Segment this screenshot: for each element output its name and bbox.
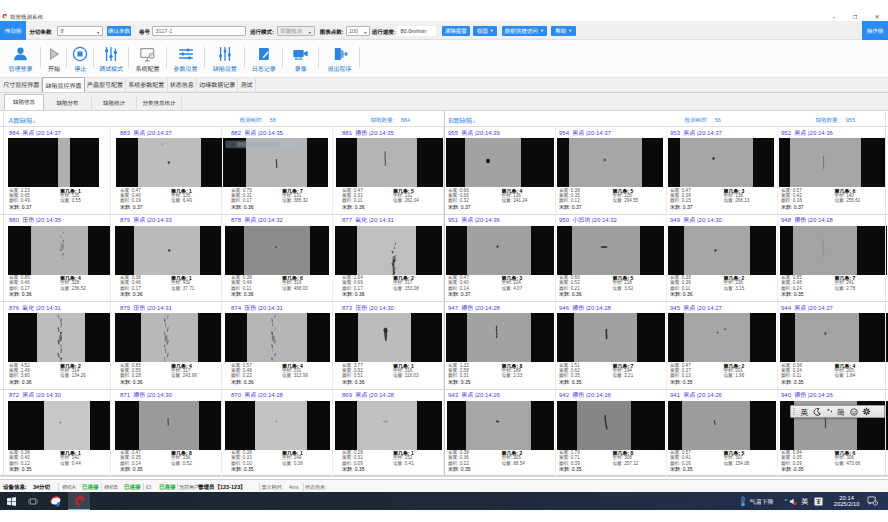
defect-cell-946[interactable]: 946 擦伤 |20:14:28长度: 1.51宽度: 0.62面积: 0.35… <box>556 302 667 390</box>
ime-settings-gear-icon[interactable] <box>862 407 871 416</box>
defect-image[interactable] <box>557 226 664 275</box>
data-quick-access-button[interactable]: 数据快捷访问▼ <box>502 26 548 36</box>
defect-cell-877[interactable]: 877 氧化 |20:14:31长度: 1.04宽度: 0.69面积: 0.17… <box>333 215 444 303</box>
toolbar-button-exit[interactable]: 退出程序 <box>319 40 360 77</box>
main-tab-3[interactable]: 产品型号配置 <box>85 78 126 92</box>
main-tab-2[interactable]: 缺陷监控界面 <box>42 77 84 92</box>
defect-image[interactable] <box>336 138 444 187</box>
defect-image[interactable] <box>335 226 443 275</box>
ime-mode-icon[interactable] <box>814 497 823 506</box>
confirm-count-button[interactable]: 确认条数 <box>107 26 131 36</box>
active-app-taskbar-button[interactable] <box>68 492 90 510</box>
defect-cell-880[interactable]: 880 压伤 |20:14:35长度: 0.85宽度: 0.46面积: 0.17… <box>0 215 111 303</box>
defect-image[interactable] <box>780 226 888 275</box>
toolbar-button-monitor[interactable]: 系统配置 <box>129 40 167 77</box>
toolbar-button-play[interactable]: 开始 <box>41 40 67 77</box>
sub-tab-3[interactable]: 缺陷统计 <box>92 96 137 110</box>
ime-simplified-mode[interactable]: 简 <box>837 406 845 417</box>
defect-cell-949[interactable]: 949 黑点 |20:14:30长度: 0.38宽度: 0.36面积: 0.11… <box>667 215 778 303</box>
sub-tab-2[interactable]: 缺陷分布 <box>44 96 92 110</box>
tray-expand-chevron-icon[interactable]: ^ <box>785 497 788 505</box>
defect-cell-872[interactable]: 872 黑点 |20:14:30长度: 0.38宽度: 0.40面积: 0.12… <box>0 390 111 478</box>
defect-cell-869[interactable]: 869 黑点 |20:14:28长度: 0.28宽度: 0.31面积: 0.09… <box>333 390 444 478</box>
panel-title[interactable]: A面缺陷↓ <box>9 115 36 125</box>
toolbar-button-debug-sliders[interactable]: 调试模式 <box>94 40 129 77</box>
view-menu-button[interactable]: 视图▼ <box>473 26 497 36</box>
main-tab-7[interactable]: 测试 <box>238 78 255 92</box>
defect-cell-950[interactable]: 950 小凹坑 |20:14:32长度: 0.66宽度: 0.52面积: 0.2… <box>556 215 667 303</box>
defect-cell-883[interactable]: 883 黑点 |20:14:37长度: 0.47宽度: 0.46面积: 0.19… <box>111 127 222 215</box>
defect-cell-941[interactable]: 941 黑点 |20:14:26长度: 0.57宽度: 0.41面积: 0.16… <box>667 390 778 478</box>
defect-cell-952[interactable]: 952 黑点 |20:14:36长度: 0.57宽度: 0.42面积: 0.18… <box>778 127 888 215</box>
defect-cell-954[interactable]: 954 黑点 |20:14:37长度: 0.38宽度: 0.35面积: 0.12… <box>556 127 667 215</box>
toolbar-button-user[interactable]: 管理登录 <box>0 40 41 77</box>
pinned-app-icon[interactable] <box>48 492 64 510</box>
defect-cell-943[interactable]: 943 黑点 |20:14:26长度: 0.38宽度: 0.36面积: 0.12… <box>445 390 556 478</box>
ime-emoji-icon[interactable] <box>850 408 858 416</box>
run-mode-select[interactable]: 双面检测▼ <box>277 26 315 36</box>
weather-text[interactable]: 气温下降 <box>750 497 774 506</box>
ime-language-indicator[interactable]: 英 <box>801 496 808 506</box>
toolbar-button-stop[interactable]: 停止 <box>67 40 94 77</box>
defect-cell-884[interactable]: 884 黑点 |20:14:37长度: 1.23宽度: 0.65面积: 0.49… <box>0 127 111 215</box>
defect-image[interactable] <box>8 313 111 362</box>
defect-cell-942[interactable]: 942 擦伤 |20:14:26长度: 1.79宽度: 0.71面积: 0.39… <box>556 390 667 478</box>
maximize-button[interactable]: ❐ <box>850 13 860 21</box>
defect-image[interactable] <box>8 138 99 187</box>
defect-cell-945[interactable]: 945 黑点 |20:14:27长度: 0.47宽度: 0.37面积: 0.13… <box>667 302 778 390</box>
defect-image[interactable] <box>668 401 776 450</box>
defect-cell-874[interactable]: 874 压伤 |20:14:31长度: 0.57宽度: 0.48面积: 0.22… <box>222 302 333 390</box>
defect-image[interactable] <box>668 138 774 187</box>
defect-cell-879[interactable]: 879 黑点 |20:14:33长度: 0.38宽度: 0.46面积: 0.17… <box>111 215 222 303</box>
defect-cell-882[interactable]: 882 黑点 |20:14:35长度: 0.75宽度: 0.31面积: 0.17… <box>222 127 333 215</box>
toolbar-button-vsliders[interactable]: 缺陷设置 <box>205 40 246 77</box>
defect-cell-871[interactable]: 871 擦伤 |20:14:30长度: 0.47宽度: 0.35面积: 0.14… <box>111 390 222 478</box>
defect-cell-940[interactable]: 940 擦伤 |20:14:26长度: 0.94宽度: 0.35面积: 0.29… <box>778 390 888 478</box>
ime-lang-mode[interactable]: 英 <box>801 406 809 417</box>
panel-title[interactable]: B面缺陷↓ <box>449 115 476 125</box>
minimize-button[interactable]: – <box>829 13 839 21</box>
defect-image[interactable] <box>335 401 443 450</box>
defect-image[interactable] <box>8 226 111 275</box>
main-tab-1[interactable]: 尺寸监控界面 <box>1 78 42 92</box>
defect-cell-948[interactable]: 948 擦伤 |20:14:28长度: 0.85宽度: 0.48面积: 0.24… <box>778 215 888 303</box>
defect-image[interactable] <box>446 226 554 275</box>
defect-image[interactable] <box>115 313 221 362</box>
defect-image[interactable] <box>557 313 665 362</box>
notification-center-icon[interactable] <box>867 496 878 506</box>
defect-image[interactable] <box>557 138 663 187</box>
start-button[interactable] <box>4 492 18 510</box>
main-tab-5[interactable]: 状态信息 <box>168 78 197 92</box>
defect-image[interactable] <box>116 138 222 187</box>
toolbar-button-camera[interactable]: 录像 <box>283 40 320 77</box>
ime-grip[interactable] <box>793 408 795 416</box>
defect-cell-870[interactable]: 870 黑点 |20:14:28长度: 0.38宽度: 0.33面积: 0.10… <box>222 390 333 478</box>
defect-cell-873[interactable]: 873 压伤 |20:14:30长度: 3.77宽度: 0.92面积: 0.51… <box>333 302 444 390</box>
defect-cell-947[interactable]: 947 擦伤 |20:14:28长度: 1.32宽度: 0.58面积: 0.31… <box>445 302 556 390</box>
sub-tab-4[interactable]: 分类信息统计 <box>137 96 182 110</box>
toolbar-button-log[interactable]: 日志记录 <box>245 40 283 77</box>
defect-cell-876[interactable]: 876 氧化 |20:14:31长度: 4.52宽度: 1.46面积: 3.80… <box>0 302 111 390</box>
close-button[interactable]: ✕ <box>872 13 882 21</box>
taskbar-clock[interactable]: 20:14 2025/2/10 <box>834 495 860 508</box>
sub-tab-1[interactable]: 缺陷信息 <box>4 94 44 110</box>
defect-image[interactable] <box>780 313 888 362</box>
help-menu-button[interactable]: 帮助▼ <box>551 26 576 36</box>
defect-cell-875[interactable]: 875 压伤 |20:14:31长度: 0.85宽度: 0.55面积: 0.28… <box>111 302 222 390</box>
defect-image[interactable] <box>115 401 221 450</box>
defect-cell-881[interactable]: 881 擦伤 |20:14:35长度: 0.47宽度: 0.31面积: 0.11… <box>333 127 444 215</box>
defect-image[interactable] <box>557 401 665 450</box>
toolbar-button-hsliders[interactable]: 参数设置 <box>167 40 205 77</box>
clear-alarm-button[interactable]: 清除报警 <box>442 26 470 36</box>
defect-image[interactable] <box>225 226 329 275</box>
volume-icon[interactable] <box>789 497 798 506</box>
defect-image[interactable] <box>225 313 330 362</box>
task-view-button[interactable] <box>26 492 40 510</box>
weather-thermometer-icon[interactable] <box>739 496 747 507</box>
defect-cell-953[interactable]: 953 黑点 |20:14:37长度: 0.47宽度: 0.38面积: 0.15… <box>667 127 778 215</box>
strip-count-select[interactable]: 8▼ <box>57 26 103 36</box>
chart-points-select[interactable]: 100▼ <box>346 26 371 36</box>
defect-image[interactable] <box>779 138 885 187</box>
defect-cell-944[interactable]: 944 黑点 |20:14:27长度: 0.38宽度: 0.34面积: 0.11… <box>778 302 888 390</box>
defect-image[interactable] <box>668 313 776 362</box>
